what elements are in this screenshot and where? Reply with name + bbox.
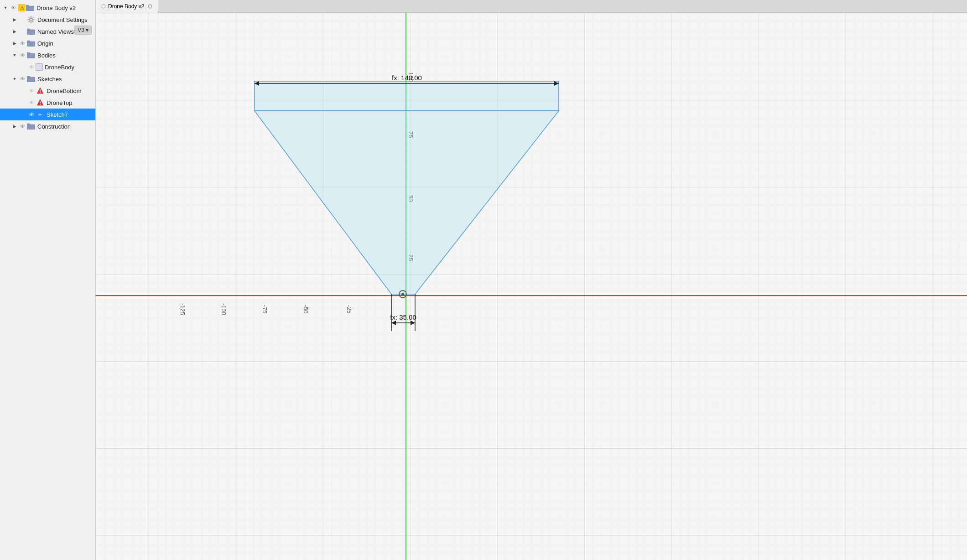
folder-icon-named-views xyxy=(26,27,36,36)
eye-icon-dronebody[interactable]: 👁 xyxy=(27,63,36,71)
svg-rect-20 xyxy=(27,124,30,125)
svg-rect-8 xyxy=(27,52,30,54)
eye-icon-drone-body-v2[interactable]: 👁 xyxy=(9,4,17,12)
svg-point-2 xyxy=(30,18,32,21)
sketch-icon-dronebottom xyxy=(36,86,45,95)
svg-rect-1 xyxy=(26,5,29,7)
tab-bar: Drone Body v2 xyxy=(96,0,967,13)
dim-label-140: fx: 140.00 xyxy=(392,74,422,82)
canvas-area: Drone Body v2 100 75 50 25 -125 -100 xyxy=(96,0,967,560)
dim-label-35: fx: 35.00 xyxy=(390,313,416,321)
x-label-n50: -50 xyxy=(302,305,309,314)
warn-icon-drone-body-v2: ⚠ xyxy=(18,4,26,11)
svg-text:✏: ✏ xyxy=(38,112,42,117)
folder-icon-bodies xyxy=(26,51,36,60)
folder-icon-construction xyxy=(26,122,36,131)
tree-item-bodies[interactable]: 👁 Bodies xyxy=(0,49,95,61)
version-label: V3 xyxy=(78,27,84,33)
gear-icon-document-settings xyxy=(26,15,36,24)
tree-item-label-construction: Construction xyxy=(37,123,94,130)
sketch-canvas[interactable]: 100 75 50 25 -125 -100 -75 -50 -25 fx: 1… xyxy=(96,13,967,560)
tree-item-construction[interactable]: 👁 Construction xyxy=(0,120,95,132)
tree-item-label-origin: Origin xyxy=(37,40,94,47)
sketch-top-rect xyxy=(255,81,559,111)
tree-item-sketches[interactable]: 👁 Sketches xyxy=(0,73,95,85)
version-dropdown-icon: ▾ xyxy=(86,27,88,33)
tree-item-dronebody[interactable]: 👁 DroneBody xyxy=(0,61,95,73)
svg-rect-10 xyxy=(27,76,30,78)
sketch-icon-dronetop xyxy=(36,98,45,107)
tree-item-dronebottom[interactable]: 👁 DroneBottom xyxy=(0,85,95,97)
tree-item-document-settings[interactable]: 👁 Document Settings xyxy=(0,14,95,26)
version-badge[interactable]: V3 ▾ xyxy=(74,26,92,35)
x-label-n125: -125 xyxy=(179,303,186,315)
eye-icon-sketch7[interactable]: 👁 xyxy=(27,110,36,119)
folder-icon-origin xyxy=(26,39,36,48)
tree-item-label-document-settings: Document Settings xyxy=(37,16,94,23)
tab-drone-body-v2[interactable]: Drone Body v2 xyxy=(96,0,158,13)
svg-point-22 xyxy=(148,5,152,8)
folder-icon-drone-body-v2 xyxy=(26,3,35,12)
sidebar: V3 ▾ 👁 ⚠ Drone Body v2 👁 Document Settin… xyxy=(0,0,96,560)
chevron-named-views xyxy=(11,28,18,35)
folder-icon-sketches xyxy=(26,74,36,83)
svg-point-16 xyxy=(40,104,41,105)
tree-item-label-dronebottom: DroneBottom xyxy=(47,88,94,94)
chevron-sketches xyxy=(11,75,18,83)
tab-icon xyxy=(101,4,106,9)
eye-icon-sketches[interactable]: 👁 xyxy=(18,75,26,83)
x-label-n25: -25 xyxy=(346,305,353,314)
tab-record-dot xyxy=(148,4,152,9)
tree-item-label-sketch7: Sketch7 xyxy=(47,111,94,118)
tab-label: Drone Body v2 xyxy=(108,3,144,10)
chevron-drone-body-v2 xyxy=(2,4,9,11)
x-label-n75: -75 xyxy=(261,305,268,314)
tree-item-label-dronebody: DroneBody xyxy=(45,64,94,71)
svg-rect-6 xyxy=(27,41,30,42)
chevron-construction xyxy=(11,123,18,130)
tree-item-drone-body-v2[interactable]: 👁 ⚠ Drone Body v2 xyxy=(0,2,95,14)
body-icon-dronebody xyxy=(36,63,43,71)
svg-point-21 xyxy=(102,5,105,8)
chevron-bodies xyxy=(11,52,18,59)
origin-dot xyxy=(401,293,404,296)
eye-icon-origin[interactable]: 👁 xyxy=(18,39,26,47)
x-label-n100: -100 xyxy=(220,303,227,315)
svg-rect-4 xyxy=(27,29,30,31)
svg-point-13 xyxy=(40,92,41,93)
tree-item-label-bodies: Bodies xyxy=(37,52,94,59)
tree-item-dronetop[interactable]: 👁 DroneTop xyxy=(0,97,95,109)
tree-item-origin[interactable]: 👁 Origin xyxy=(0,37,95,49)
chevron-document-settings xyxy=(11,16,18,23)
tree-panel: 👁 ⚠ Drone Body v2 👁 Document Settings 👁 … xyxy=(0,0,95,560)
tree-item-label-dronetop: DroneTop xyxy=(47,99,94,106)
tree-item-sketch7[interactable]: 👁 ✏ Sketch7 xyxy=(0,109,95,120)
tree-item-label-sketches: Sketches xyxy=(37,76,94,83)
eye-icon-dronebottom[interactable]: 👁 xyxy=(27,87,36,95)
eye-icon-bodies[interactable]: 👁 xyxy=(18,51,26,59)
eye-icon-dronetop[interactable]: 👁 xyxy=(27,99,36,107)
eye-icon-construction[interactable]: 👁 xyxy=(18,122,26,130)
chevron-origin xyxy=(11,40,18,47)
sketch-icon-sketch7: ✏ xyxy=(36,110,45,119)
tree-item-label-drone-body-v2: Drone Body v2 xyxy=(36,5,94,11)
